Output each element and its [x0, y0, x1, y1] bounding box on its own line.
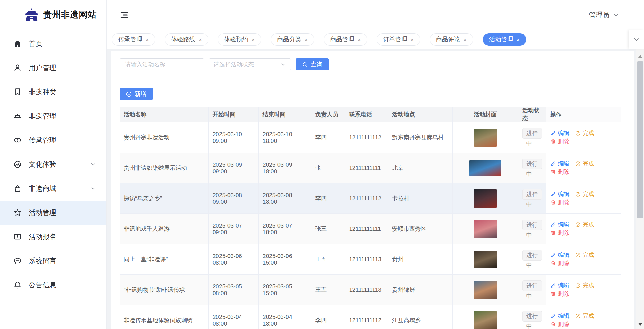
ticket-icon	[13, 232, 22, 241]
cell-status: 进行中	[518, 153, 546, 183]
tab-3[interactable]: 商品分类×	[271, 33, 314, 46]
complete-button[interactable]: 完成	[575, 282, 594, 289]
edit-icon	[550, 252, 556, 258]
sidebar-item-3[interactable]: 非遗管理	[0, 104, 106, 128]
cell-location: 贵州锦屏	[388, 275, 452, 305]
sidebar-item-label: 用户管理	[29, 63, 56, 72]
edit-button[interactable]: 编辑	[550, 129, 570, 137]
activity-cover-image[interactable]	[469, 160, 501, 176]
add-activity-button[interactable]: 新增	[120, 88, 153, 100]
tab-close-icon[interactable]: ×	[198, 36, 202, 43]
sidebar-item-10[interactable]: 公告信息	[0, 273, 106, 297]
tab-close-icon[interactable]: ×	[145, 36, 149, 43]
sidebar-item-label: 文化体验	[29, 160, 56, 169]
cell-phone: 12111111113	[345, 244, 388, 275]
sidebar-item-1[interactable]: 用户管理	[0, 56, 106, 80]
activity-cover-image[interactable]	[474, 311, 497, 329]
edit-button[interactable]: 编辑	[550, 160, 570, 168]
tab-overflow-button[interactable]	[629, 30, 644, 49]
check-circle-icon	[575, 161, 581, 167]
complete-button[interactable]: 完成	[575, 221, 594, 228]
table-row: 探访“鸟笼之乡”2025-03-08 09:002025-03-08 18:00…	[120, 183, 621, 214]
user-icon	[13, 64, 22, 72]
activity-cover-image[interactable]	[474, 220, 497, 238]
complete-button[interactable]: 完成	[575, 251, 594, 259]
scroll-up-arrow-icon[interactable]	[638, 55, 643, 58]
admin-dropdown[interactable]: 管理员	[589, 0, 619, 30]
sidebar-item-9[interactable]: 系统留言	[0, 249, 106, 273]
delete-button[interactable]: 删除	[550, 138, 570, 145]
cell-actions: 编辑完成删除	[546, 183, 621, 214]
delete-button[interactable]: 删除	[550, 199, 570, 206]
complete-button[interactable]: 完成	[575, 160, 594, 168]
edit-button[interactable]: 编辑	[550, 312, 570, 320]
scrollbar[interactable]	[636, 49, 644, 329]
tab-close-icon[interactable]: ×	[463, 36, 467, 43]
delete-button-label: 删除	[558, 199, 570, 206]
status-badge: 进行中	[522, 280, 542, 291]
complete-button[interactable]: 完成	[575, 129, 594, 137]
sidebar-collapse-icon[interactable]	[118, 9, 130, 21]
status-badge: 进行中	[522, 250, 542, 261]
trash-icon	[550, 260, 556, 266]
table-row: 非遗传承基地体验侗族刺绣2025-03-04 08:002025-03-04 1…	[120, 305, 621, 329]
activity-cover-image[interactable]	[474, 281, 497, 299]
edit-button[interactable]: 编辑	[550, 282, 570, 289]
column-header-7: 活动状态	[518, 107, 546, 122]
sidebar-item-label: 非遗商城	[29, 184, 56, 193]
delete-button[interactable]: 删除	[550, 229, 570, 237]
tab-6[interactable]: 商品评论×	[430, 33, 473, 46]
activity-status-select[interactable]: 请选择活动状态	[209, 58, 291, 70]
edit-button[interactable]: 编辑	[550, 221, 570, 228]
sidebar-item-8[interactable]: 活动报名	[0, 225, 106, 249]
sidebar-item-7[interactable]: 活动管理	[0, 201, 106, 225]
edit-button[interactable]: 编辑	[550, 251, 570, 259]
tab-7[interactable]: 活动管理×	[483, 33, 526, 46]
cell-end-time: 2025-03-05 15:00	[258, 275, 311, 305]
sidebar-item-5[interactable]: 文化体验	[0, 152, 106, 176]
activity-cover-image[interactable]	[474, 251, 497, 268]
activity-name-input[interactable]	[120, 58, 204, 70]
sidebar-item-2[interactable]: 非遗种类	[0, 80, 106, 104]
cell-location: 贵州	[388, 244, 452, 275]
delete-button[interactable]: 删除	[550, 168, 570, 176]
delete-button[interactable]: 删除	[550, 259, 570, 267]
tab-5[interactable]: 订单管理×	[377, 33, 420, 46]
delete-button[interactable]: 删除	[550, 290, 570, 298]
tab-close-icon[interactable]: ×	[410, 36, 414, 43]
chat-bubble-icon	[13, 257, 22, 265]
complete-button[interactable]: 完成	[575, 312, 594, 320]
table-body: 贵州丹寨非遗活动2025-03-10 09:002025-03-10 18:00…	[120, 122, 621, 329]
cell-person: 张三	[311, 153, 345, 183]
edit-button[interactable]: 编辑	[550, 190, 570, 198]
column-header-8: 操作	[546, 107, 621, 122]
sidebar-item-0[interactable]: 首页	[0, 32, 106, 56]
scrollbar-thumb[interactable]	[637, 61, 643, 218]
tab-close-icon[interactable]: ×	[252, 36, 255, 43]
check-circle-icon	[575, 252, 581, 258]
cell-actions: 编辑完成删除	[546, 305, 621, 329]
complete-button[interactable]: 完成	[575, 190, 594, 198]
tab-2[interactable]: 体验预约×	[218, 33, 261, 46]
tab-close-icon[interactable]: ×	[304, 36, 308, 43]
cell-activity-name: 贵州丹寨非遗活动	[120, 122, 208, 153]
delete-button[interactable]: 删除	[550, 320, 570, 328]
delete-button-label: 删除	[558, 290, 570, 298]
tab-4[interactable]: 商品管理×	[324, 33, 367, 46]
sidebar-item-6[interactable]: 非遗商城	[0, 176, 106, 201]
status-badge: 进行中	[522, 220, 542, 230]
sidebar-item-label: 传承管理	[29, 136, 56, 145]
table-row: 同上一堂“非遗课”2025-03-06 08:002025-03-06 15:0…	[120, 244, 621, 275]
tab-close-icon[interactable]: ×	[357, 36, 361, 43]
tab-1[interactable]: 体验路线×	[165, 33, 208, 46]
tab-close-icon[interactable]: ×	[516, 36, 520, 43]
table-row: 非遗地戏千人巡游2025-03-07 09:002025-03-07 18:00…	[120, 214, 621, 244]
search-button[interactable]: 查询	[296, 58, 329, 70]
activity-cover-image[interactable]	[474, 129, 497, 147]
cell-cover	[452, 122, 518, 153]
chevron-down-icon	[613, 12, 619, 18]
tab-0[interactable]: 传承管理×	[112, 33, 155, 46]
scroll-down-arrow-icon[interactable]	[638, 323, 643, 326]
sidebar-item-4[interactable]: 传承管理	[0, 128, 106, 152]
activity-cover-image[interactable]	[474, 189, 497, 208]
